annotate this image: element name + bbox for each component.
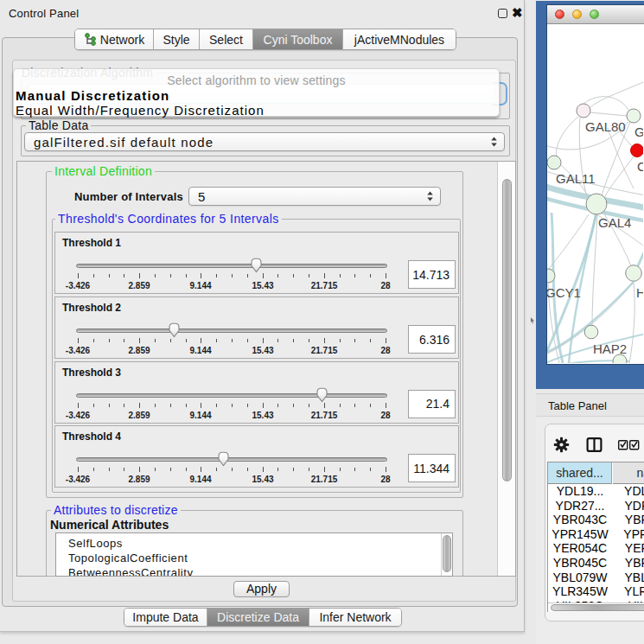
svg-text:GCY1: GCY1 bbox=[547, 285, 581, 300]
svg-text:GA: GA bbox=[634, 124, 643, 139]
svg-text:GAL4: GAL4 bbox=[598, 215, 631, 230]
svg-text:GAL80: GAL80 bbox=[585, 119, 626, 134]
svg-text:C: C bbox=[637, 159, 643, 174]
svg-text:GAL11: GAL11 bbox=[556, 171, 596, 186]
svg-text:H: H bbox=[636, 285, 643, 300]
svg-text:HAP2: HAP2 bbox=[593, 341, 627, 356]
